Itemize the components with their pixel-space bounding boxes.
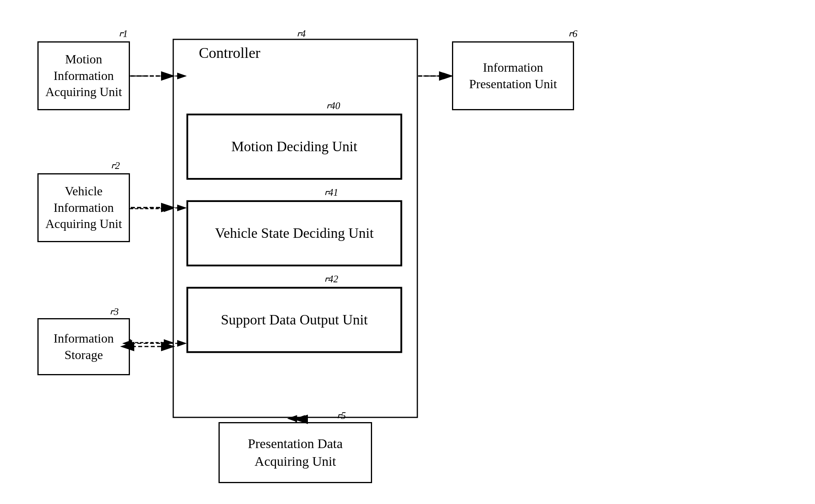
motion-deciding-box: Motion Deciding Unit (187, 114, 402, 179)
ref-42: ⌜42 (323, 274, 338, 289)
diagram: Motion InformationAcquiring Unit ⌜1 Vehi… (0, 0, 815, 504)
vehicle-info-acquiring-box: Vehicle InformationAcquiring Unit (37, 173, 130, 242)
information-storage-label: InformationStorage (54, 330, 114, 363)
motion-deciding-label: Motion Deciding Unit (232, 137, 357, 156)
information-storage-box: InformationStorage (37, 318, 130, 375)
support-data-output-label: Support Data Output Unit (221, 311, 368, 329)
support-data-output-box: Support Data Output Unit (187, 287, 402, 352)
presentation-data-acquiring-label: Presentation DataAcquiring Unit (248, 435, 343, 470)
controller-label: Controller (199, 44, 260, 61)
vehicle-state-deciding-box: Vehicle State Deciding Unit (187, 201, 402, 266)
information-presentation-label: InformationPresentation Unit (469, 59, 557, 92)
information-presentation-box: InformationPresentation Unit (452, 41, 574, 110)
ref-40: ⌜40 (325, 100, 340, 116)
ref-4: ⌜4 (295, 28, 306, 44)
motion-info-acquiring-label: Motion InformationAcquiring Unit (39, 51, 129, 100)
ref-3: ⌜3 (108, 306, 119, 322)
vehicle-info-acquiring-label: Vehicle InformationAcquiring Unit (39, 183, 129, 232)
ref-5: ⌜5 (335, 410, 346, 426)
motion-info-acquiring-box: Motion InformationAcquiring Unit (37, 41, 130, 110)
ref-2: ⌜2 (109, 160, 120, 176)
ref-6: ⌜6 (567, 28, 578, 44)
presentation-data-acquiring-box: Presentation DataAcquiring Unit (219, 422, 372, 483)
vehicle-state-deciding-label: Vehicle State Deciding Unit (215, 224, 374, 243)
ref-1: ⌜1 (117, 28, 128, 44)
ref-41: ⌜41 (323, 187, 338, 203)
